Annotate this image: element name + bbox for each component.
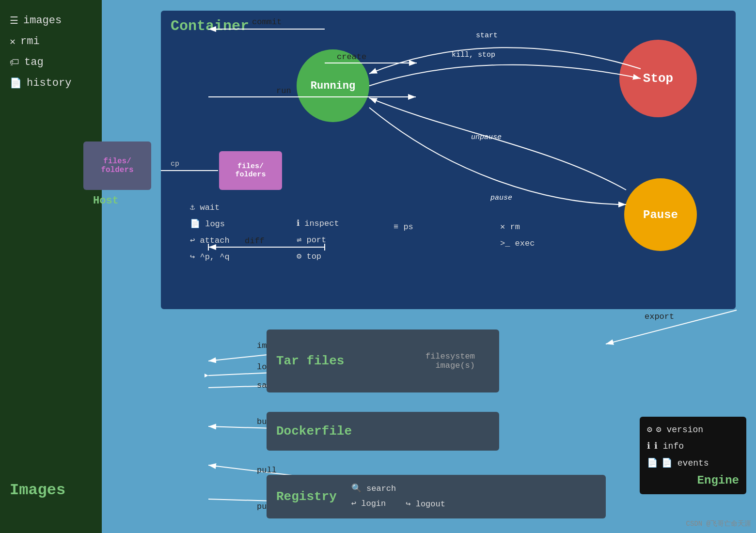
container-commands-col3: ≡ ps <box>394 219 413 235</box>
exec-cmd: >_ exec <box>500 235 535 252</box>
pause-state: Pause <box>624 178 697 251</box>
attach-cmd: ↩ attach <box>190 233 230 249</box>
svg-text:export: export <box>645 312 674 321</box>
registry-title: Registry <box>276 489 337 504</box>
svg-line-29 <box>606 310 737 344</box>
tar-images: image(s) <box>425 361 489 370</box>
stop-state: Stop <box>619 40 697 117</box>
registry-box: Registry 🔍 search ↩ login ↪ logout <box>267 475 606 518</box>
search-cmd: 🔍 search <box>351 482 396 497</box>
history-icon: 📄 <box>10 77 22 89</box>
container-box: Container Running Stop Pause files/folde… <box>160 10 737 310</box>
gear-icon: ⚙ <box>647 424 652 435</box>
logs-cmd: 📄 logs <box>190 216 230 233</box>
dockerfile-title: Dockerfile <box>276 424 352 439</box>
engine-title: Engine <box>647 474 739 487</box>
tag-icon: 🏷 <box>10 57 19 68</box>
sidebar-item-images[interactable]: ☰ images <box>10 15 92 27</box>
registry-commands-col2: ↪ logout <box>406 482 445 512</box>
tar-files-box: Tar files filesystem image(s) <box>267 329 499 392</box>
container-commands-col4: ✕ rm >_ exec <box>500 219 535 252</box>
files-folders-container: files/folders <box>219 151 282 190</box>
svg-text:pause: pause <box>490 194 512 202</box>
svg-text:unpause: unpause <box>471 133 502 141</box>
sidebar-item-rmi[interactable]: ✕ rmi <box>10 35 92 47</box>
port-cmd: ⇌ port <box>297 232 339 249</box>
main-area: Container Running Stop Pause files/folde… <box>102 0 756 533</box>
ctrlpq-cmd: ↪ ^p, ^q <box>190 249 230 266</box>
images-icon: ☰ <box>10 15 18 27</box>
inspect-cmd: ℹ inspect <box>297 216 339 232</box>
tar-files-title: Tar files <box>276 354 344 368</box>
registry-commands: 🔍 search ↩ login <box>351 482 396 511</box>
info-icon: ℹ <box>647 440 650 451</box>
tar-filesystem: filesystem <box>425 352 489 361</box>
running-state: Running <box>297 49 369 122</box>
svg-text:start: start <box>476 31 498 40</box>
engine-box: ⚙ ⚙ version ℹ ℹ info 📄 📄 events Engine <box>640 417 746 494</box>
login-cmd: ↩ login <box>351 497 396 512</box>
events-icon: 📄 <box>647 457 658 468</box>
events-item: 📄 📄 events <box>647 457 739 468</box>
svg-marker-24 <box>205 374 208 377</box>
wait-cmd: ⚓ wait <box>190 200 230 216</box>
host-label: Host <box>93 195 119 207</box>
ps-cmd: ≡ ps <box>394 219 413 235</box>
files-folders-host: files/folders <box>83 141 151 190</box>
container-commands: ⚓ wait 📄 logs ↩ attach ↪ ^p, ^q <box>190 200 230 266</box>
logout-cmd: ↪ logout <box>406 497 445 512</box>
watermark: CSDN @飞哥亡命天涯 <box>686 519 751 528</box>
svg-text:pull: pull <box>257 466 277 475</box>
svg-text:kill, stop: kill, stop <box>452 51 495 59</box>
container-commands-col2: ℹ inspect ⇌ port ⚙ top <box>297 200 339 265</box>
container-title: Container <box>171 18 249 34</box>
sidebar-item-history[interactable]: 📄 history <box>10 77 92 89</box>
sidebar: ☰ images ✕ rmi 🏷 tag 📄 history Images <box>0 0 102 533</box>
top-cmd: ⚙ top <box>297 249 339 265</box>
rmi-icon: ✕ <box>10 35 16 47</box>
info-item: ℹ ℹ info <box>647 440 739 451</box>
sidebar-title: Images <box>10 481 92 499</box>
rm-cmd: ✕ rm <box>500 219 535 235</box>
dockerfile-box: Dockerfile <box>267 412 499 451</box>
sidebar-item-tag[interactable]: 🏷 tag <box>10 56 92 68</box>
version-item: ⚙ ⚙ version <box>647 424 739 435</box>
svg-text:cp: cp <box>171 160 179 168</box>
